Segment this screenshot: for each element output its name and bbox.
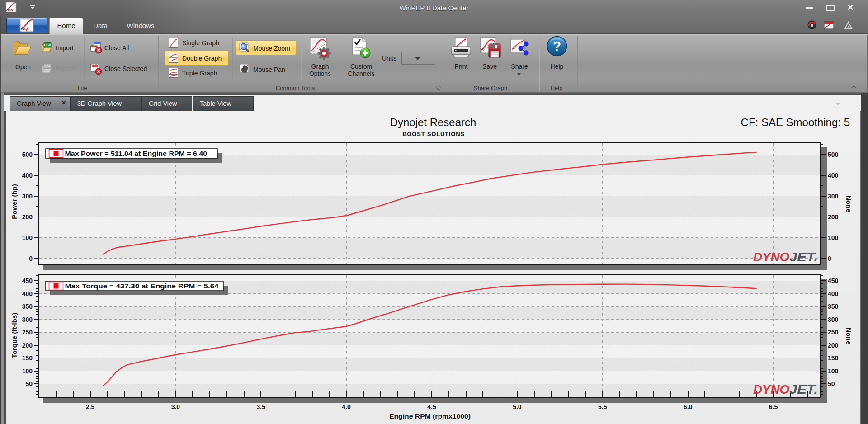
svg-text:JET.: JET.	[789, 382, 818, 396]
svg-text:Torque (ft-lbs): Torque (ft-lbs)	[10, 313, 18, 358]
svg-text:2.5: 2.5	[86, 403, 95, 410]
svg-text:4.0: 4.0	[342, 403, 351, 410]
svg-text:0: 0	[828, 255, 831, 262]
svg-text:DYNO: DYNO	[753, 250, 789, 264]
svg-text:50: 50	[25, 380, 33, 387]
svg-text:250: 250	[828, 329, 839, 336]
svg-text:100: 100	[828, 234, 839, 241]
svg-text:5.5: 5.5	[598, 403, 607, 410]
svg-text:300: 300	[22, 193, 33, 200]
svg-text:None: None	[845, 195, 853, 212]
svg-text:300: 300	[828, 193, 839, 200]
svg-text:JET.: JET.	[789, 250, 818, 264]
svg-text:DYNO: DYNO	[753, 382, 789, 396]
svg-text:3.0: 3.0	[171, 403, 180, 410]
svg-text:450: 450	[828, 277, 839, 284]
svg-text:150: 150	[828, 354, 839, 362]
svg-text:350: 350	[828, 303, 839, 310]
svg-text:200: 200	[828, 213, 839, 221]
svg-text:None: None	[845, 328, 853, 345]
svg-text:400: 400	[22, 172, 33, 179]
svg-text:50: 50	[828, 380, 835, 387]
svg-text:450: 450	[22, 277, 33, 284]
svg-text:6.5: 6.5	[769, 403, 778, 410]
svg-text:Max Power = 511.04 at Engine R: Max Power = 511.04 at Engine RPM = 6.40	[65, 150, 208, 157]
svg-text:6.0: 6.0	[684, 403, 693, 410]
svg-text:100: 100	[22, 234, 33, 241]
svg-text:500: 500	[22, 151, 33, 158]
svg-text:300: 300	[22, 316, 33, 323]
svg-text:BOOST SOLUTIONS: BOOST SOLUTIONS	[402, 131, 465, 137]
svg-text:250: 250	[22, 329, 33, 336]
svg-text:CF: SAE Smoothing: 5: CF: SAE Smoothing: 5	[741, 116, 850, 128]
svg-text:Power (hp): Power (hp)	[10, 184, 18, 219]
svg-text:350: 350	[22, 303, 33, 310]
svg-text:200: 200	[22, 342, 33, 349]
svg-text:100: 100	[828, 367, 839, 375]
svg-text:200: 200	[828, 342, 839, 349]
svg-text:5.0: 5.0	[513, 403, 522, 410]
svg-text:400: 400	[828, 172, 839, 179]
svg-text:4.5: 4.5	[427, 403, 436, 410]
svg-text:Dynojet Research: Dynojet Research	[390, 116, 476, 128]
svg-text:150: 150	[22, 354, 33, 362]
svg-text:Max Torque = 437.30 at Engine: Max Torque = 437.30 at Engine RPM = 5.64	[65, 282, 219, 290]
svg-text:200: 200	[22, 213, 33, 221]
svg-text:400: 400	[828, 290, 839, 297]
svg-text:100: 100	[22, 367, 33, 375]
svg-text:500: 500	[828, 151, 839, 158]
svg-text:0: 0	[29, 255, 33, 262]
svg-text:Engine RPM (rpmx1000): Engine RPM (rpmx1000)	[389, 412, 471, 420]
svg-text:3.5: 3.5	[256, 403, 265, 410]
svg-text:300: 300	[828, 316, 839, 323]
svg-text:400: 400	[22, 290, 33, 297]
